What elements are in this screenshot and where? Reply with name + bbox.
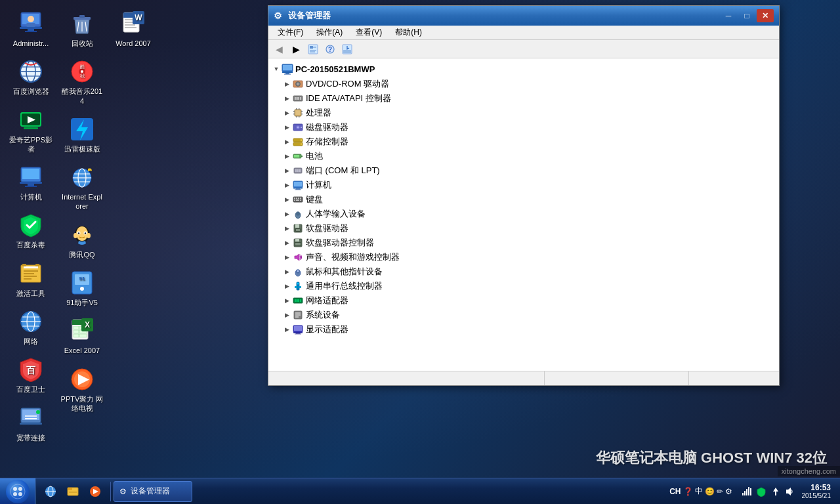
maximize-button[interactable]: □: [738, 9, 755, 22]
tree-item-disk[interactable]: ▶ 磁盘驱动器: [268, 120, 779, 135]
disk-expander[interactable]: ▶: [282, 122, 292, 133]
toolbar-update-button[interactable]: [339, 42, 355, 56]
dvd-expander[interactable]: ▶: [282, 79, 292, 89]
desktop-icon-aiqiyi[interactable]: 爱奇艺PPS影者: [7, 103, 55, 158]
svg-rect-98: [343, 50, 351, 53]
computer-label: 计算机: [20, 192, 42, 201]
menu-file[interactable]: 文件(F): [271, 26, 310, 39]
svg-rect-113: [293, 111, 295, 112]
broadband-icon: [18, 405, 44, 431]
desktop: Administr... 百度浏览器: [0, 0, 840, 504]
svg-rect-40: [79, 15, 85, 18]
toolbar-back-button[interactable]: ◀: [271, 42, 287, 56]
taskbar-device-manager-btn[interactable]: ⚙ 设备管理器: [114, 481, 192, 502]
desktop-icon-excel[interactable]: X Excel 2007: [58, 314, 106, 359]
tree-item-display[interactable]: ▶ 显示适配器: [268, 322, 779, 337]
minimize-button[interactable]: ─: [720, 9, 737, 22]
hid-expander[interactable]: ▶: [282, 209, 292, 219]
svg-point-128: [301, 144, 302, 145]
tree-item-keyboard[interactable]: ▶ 键盘: [268, 192, 779, 207]
quicklaunch-media[interactable]: [85, 482, 105, 501]
close-button[interactable]: ✕: [757, 9, 774, 22]
toolbar-forward-button[interactable]: ▶: [288, 42, 304, 56]
storage-label: 存储控制器: [306, 136, 348, 148]
menu-view[interactable]: 查看(V): [349, 26, 388, 39]
floppy-ctrl-expander[interactable]: ▶: [282, 238, 292, 248]
desktop-icon-computer[interactable]: 计算机: [7, 160, 55, 205]
ide-expander[interactable]: ▶: [282, 93, 292, 104]
svg-point-38: [36, 410, 40, 414]
tree-root-node[interactable]: ▼ PC-20150521BMWP: [268, 61, 779, 77]
tree-item-network[interactable]: ▶ 网络适配器: [268, 293, 779, 308]
tree-item-computer[interactable]: ▶ 计算机: [268, 178, 779, 192]
tray-clock[interactable]: 16:53 2015/5/21: [798, 483, 835, 499]
tray-network-icon[interactable]: [740, 485, 753, 498]
tree-item-sound[interactable]: ▶ 声音、视频和游戏控制器: [268, 250, 779, 264]
network-expander[interactable]: ▶: [282, 295, 292, 306]
usb-expander[interactable]: ▶: [282, 281, 292, 291]
root-expander[interactable]: ▼: [271, 64, 282, 74]
computer-icon: [18, 164, 44, 190]
menu-help[interactable]: 帮助(H): [388, 26, 429, 39]
desktop-icon-thunder[interactable]: 迅雷极速版: [58, 112, 106, 158]
sound-expander[interactable]: ▶: [282, 252, 292, 262]
storage-expander[interactable]: ▶: [282, 136, 292, 147]
quicklaunch-ie[interactable]: [41, 482, 60, 501]
mouse-expander[interactable]: ▶: [282, 266, 292, 277]
display-expander[interactable]: ▶: [282, 324, 292, 335]
system-expander[interactable]: ▶: [282, 310, 292, 320]
quicklaunch-explorer[interactable]: [63, 482, 83, 501]
desktop-icon-qq[interactable]: 腾讯QQ: [58, 218, 106, 263]
desktop-icon-word[interactable]: W Word 2007: [109, 7, 158, 52]
desktop-icon-recycle[interactable]: 回收站: [58, 7, 106, 52]
start-button[interactable]: [0, 478, 35, 505]
tray-upload-icon[interactable]: [769, 485, 782, 498]
tree-item-dvd[interactable]: ▶ DVD/CD-ROM 驱动器: [268, 77, 779, 91]
keyboard-expander[interactable]: ▶: [282, 194, 292, 205]
desktop-icon-pptv[interactable]: PPTV聚力 网络电视: [58, 362, 106, 417]
administrator-icon: [18, 10, 44, 37]
tree-item-battery[interactable]: ▶ 电池: [268, 149, 779, 163]
toolbar-properties-button[interactable]: ?: [322, 42, 338, 56]
kuwo-icon: 酷 我: [69, 58, 95, 85]
svg-rect-177: [295, 316, 299, 318]
aiqiyi-icon: [18, 107, 44, 133]
tree-item-ide[interactable]: ▶ IDE ATA/ATAPI 控制器: [268, 91, 779, 106]
desktop-icon-ie[interactable]: Internet Explorer: [58, 160, 106, 215]
window-titlebar[interactable]: ⚙ 设备管理器 ─ □ ✕: [268, 6, 779, 26]
tree-item-usb[interactable]: ▶ 通用串行总线控制器: [268, 279, 779, 293]
desktop-icon-administrator[interactable]: Administr...: [7, 7, 55, 52]
tree-item-storage[interactable]: ▶ 存储控制器: [268, 135, 779, 149]
port-expander[interactable]: ▶: [282, 165, 292, 176]
desktop-icon-baidu-shield[interactable]: 百度杀毒: [7, 208, 55, 253]
desktop-icon-91helper[interactable]: 91 91助手V5: [58, 266, 106, 311]
battery-expander[interactable]: ▶: [282, 151, 292, 161]
menu-action[interactable]: 操作(A): [310, 26, 349, 39]
desktop-icon-broadband[interactable]: 宽带连接: [7, 401, 55, 446]
desktop-icon-baidu-guard[interactable]: 百 百度卫士: [7, 352, 55, 398]
desktop-icon-kuwo[interactable]: 酷 我 酷我音乐2014: [58, 54, 106, 110]
window-content[interactable]: ▼ PC-20150521BMWP ▶: [268, 58, 779, 371]
computer2-expander[interactable]: ▶: [282, 180, 292, 190]
tree-item-mouse[interactable]: ▶ 鼠标和其他指针设备: [268, 264, 779, 279]
toolbar-treeview-button[interactable]: [305, 42, 321, 56]
tray-sound-icon[interactable]: [784, 485, 797, 498]
tree-item-port[interactable]: ▶ 端口 (COM 和 LPT): [268, 163, 779, 178]
tree-item-cpu[interactable]: ▶: [268, 106, 779, 120]
floppy-expander[interactable]: ▶: [282, 223, 292, 234]
desktop-icon-activation[interactable]: 激活工具: [7, 257, 55, 302]
tree-item-floppy[interactable]: ▶ 软盘驱动器: [268, 221, 779, 236]
desktop-icon-baidu-browser[interactable]: 百度浏览器: [7, 54, 55, 100]
desktop-icon-network[interactable]: 网络: [7, 304, 55, 350]
excel-icon: X: [69, 318, 95, 344]
svg-rect-75: [74, 334, 79, 337]
svg-point-187: [18, 492, 22, 496]
usb-label: 通用串行总线控制器: [306, 280, 383, 292]
svg-rect-196: [742, 493, 744, 495]
tree-item-floppy-ctrl[interactable]: ▶ 软盘驱动器控制器: [268, 236, 779, 250]
tree-item-hid[interactable]: ▶ 人体学输入设备: [268, 207, 779, 221]
svg-point-5: [28, 16, 34, 22]
tray-shield-icon[interactable]: [755, 485, 768, 498]
cpu-expander[interactable]: ▶: [282, 108, 292, 118]
tree-item-system[interactable]: ▶ 系统设备: [268, 308, 779, 322]
